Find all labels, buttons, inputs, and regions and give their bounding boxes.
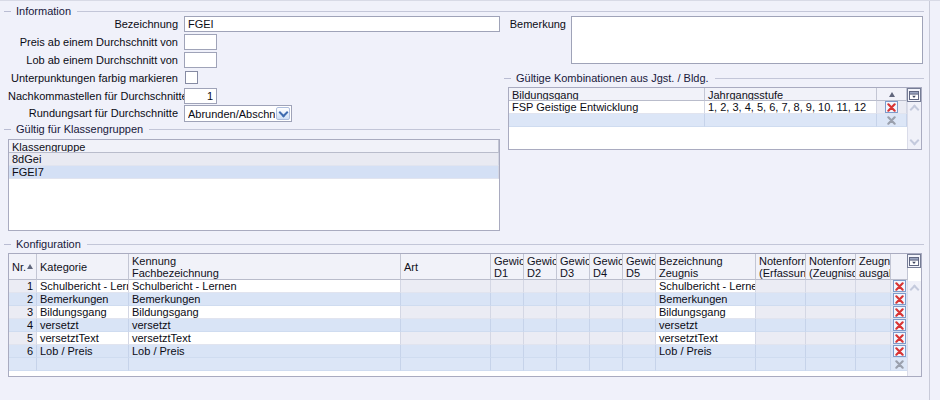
delete-row-button[interactable] (893, 345, 906, 357)
delete-row-button[interactable] (885, 101, 898, 113)
cell-notenformat_zeugnisdruck (806, 293, 856, 306)
row-actions (891, 319, 908, 332)
cell-zeugnisausgabe (856, 332, 891, 345)
column-header-bildungsgang[interactable]: Bildungsgang (509, 88, 705, 101)
cell-bezeichnung_zeugnis[interactable]: Bildungsgang (656, 306, 756, 319)
cell-bezeichnung_zeugnis[interactable]: versetztText (656, 332, 756, 345)
cell-kennung[interactable]: Schulbericht - Lernen (129, 280, 401, 293)
table-row[interactable]: FSP Geistige Entwicklung1, 2, 3, 4, 5, 6… (509, 101, 921, 114)
cell-kategorie[interactable]: versetztText (37, 332, 129, 345)
cell-kategorie[interactable]: Schulbericht - Lernen (37, 280, 129, 293)
column-header-gewicht_d1[interactable]: Gewicht D1 (491, 254, 524, 280)
list-item[interactable]: 8dGei (9, 153, 499, 166)
scroll-up-icon[interactable] (910, 105, 920, 115)
cell-gewicht_d1 (491, 358, 524, 371)
delete-row-button[interactable] (893, 306, 906, 318)
zeugnisformular-panel: Information Gültige Kombinationen aus Jg… (0, 0, 940, 400)
scroll-up-icon[interactable] (910, 285, 920, 295)
delete-row-button[interactable] (893, 293, 906, 305)
cell-notenformat_zeugnisdruck (806, 280, 856, 293)
cell-klassengruppe: FGEI7 (9, 166, 499, 179)
column-header-gewicht_d5[interactable]: Gewicht D5 (623, 254, 656, 280)
cell-art (401, 319, 491, 332)
column-header-nr[interactable]: Nr. (9, 254, 37, 280)
column-header-kennung[interactable]: Kennung Fachbezeichnung (129, 254, 401, 280)
group-title-konfiguration: Konfiguration (15, 238, 82, 250)
cell-gewicht_d4 (590, 280, 623, 293)
cell-gewicht_d1 (491, 345, 524, 358)
cell-jahrgangsstufe[interactable]: 1, 2, 3, 4, 5, 6, 7, 8, 9, 10, 11, 12 (705, 101, 877, 114)
column-chooser-button[interactable] (907, 254, 921, 268)
cell-zeugnisausgabe (856, 306, 891, 319)
cell-art (401, 358, 491, 371)
cell-art (401, 345, 491, 358)
column-header-kategorie[interactable]: Kategorie (37, 254, 129, 280)
cell-bezeichnung_zeugnis[interactable]: Lob / Preis (656, 345, 756, 358)
cell-gewicht_d5 (623, 332, 656, 345)
cell-bildungsgang[interactable]: FSP Geistige Entwicklung (509, 101, 705, 114)
row-actions (891, 293, 908, 306)
cell-kategorie[interactable]: Bemerkungen (37, 293, 129, 306)
column-header-notenformat_zeugnisdruck[interactable]: Notenformat (Zeugnisdruck) (806, 254, 856, 280)
column-header-jahrgangsstufe[interactable]: Jahrgangsstufe (705, 88, 877, 101)
cell-kategorie[interactable]: versetzt (37, 319, 129, 332)
cell-kennung[interactable]: Bildungsgang (129, 306, 401, 319)
column-header-klassengruppe[interactable]: Klassengruppe (9, 140, 499, 153)
column-header-zeugnisausgabe[interactable]: Zeugnis- ausgabe (856, 254, 891, 280)
cell-gewicht_d5 (623, 306, 656, 319)
cell-nr: 5 (9, 332, 37, 345)
chevron-down-icon (278, 107, 288, 117)
group-line (77, 11, 924, 12)
cell-kennung[interactable]: versetzt (129, 319, 401, 332)
row-actions (891, 306, 908, 319)
konfiguration-scrollbar[interactable] (907, 281, 921, 376)
table-row[interactable]: 3BildungsgangBildungsgangBildungsgang (9, 306, 921, 319)
cell-kennung[interactable]: versetztText (129, 332, 401, 345)
scroll-down-icon[interactable] (910, 136, 920, 146)
cell-kategorie[interactable]: Bildungsgang (37, 306, 129, 319)
column-header-gewicht_d4[interactable]: Gewicht D4 (590, 254, 623, 280)
group-klassengruppen: Gültig für Klassengruppen (4, 123, 500, 135)
preis-durchschnitt-input[interactable] (184, 34, 217, 50)
panel-splitter[interactable] (929, 1, 930, 400)
delete-row-button[interactable] (893, 332, 906, 344)
row-actions (891, 332, 908, 345)
cell-kennung[interactable]: Bemerkungen (129, 293, 401, 306)
table-row[interactable]: 4versetztversetztversetzt (9, 319, 921, 332)
unterpunktungen-checkbox[interactable] (185, 71, 198, 84)
cell-gewicht_d3 (557, 358, 590, 371)
table-row[interactable]: 6Lob / PreisLob / PreisLob / Preis (9, 345, 921, 358)
kombinationen-scrollbar[interactable] (907, 101, 921, 149)
sort-ascending-icon (27, 264, 33, 269)
column-header-gewicht_d3[interactable]: Gewicht D3 (557, 254, 590, 280)
cell-gewicht_d3 (557, 293, 590, 306)
cell-bezeichnung_zeugnis[interactable]: Bemerkungen (656, 293, 756, 306)
table-row[interactable]: 1Schulbericht - LernenSchulbericht - Ler… (9, 280, 921, 293)
cell-gewicht_d2 (524, 306, 557, 319)
cell-bezeichnung_zeugnis[interactable]: versetzt (656, 319, 756, 332)
cell-gewicht_d2 (524, 280, 557, 293)
group-line (4, 244, 11, 245)
nachkommastellen-input[interactable] (184, 88, 217, 104)
bemerkung-textarea[interactable] (571, 16, 923, 64)
row-actions-header (891, 254, 908, 280)
delete-row-button[interactable] (893, 280, 906, 292)
list-item-selected[interactable]: FGEI7 (9, 166, 499, 179)
column-header-gewicht_d2[interactable]: Gewicht D2 (524, 254, 557, 280)
table-row[interactable]: 2BemerkungenBemerkungenBemerkungen (9, 293, 921, 306)
cell-zeugnisausgabe (856, 293, 891, 306)
cell-kategorie[interactable]: Lob / Preis (37, 345, 129, 358)
cell-gewicht_d4 (590, 345, 623, 358)
rundungsart-select[interactable]: Abrunden/Abschneiden (184, 105, 292, 122)
cell-bezeichnung_zeugnis[interactable]: Schulbericht - Lernen (656, 280, 756, 293)
cell-nr: 1 (9, 280, 37, 293)
lob-durchschnitt-input[interactable] (184, 52, 217, 68)
column-header-art[interactable]: Art (401, 254, 491, 280)
table-row[interactable]: 5versetztTextversetztTextversetztText (9, 332, 921, 345)
delete-row-button[interactable] (893, 319, 906, 331)
cell-kennung[interactable]: Lob / Preis (129, 345, 401, 358)
column-header-notenformat_erfassung[interactable]: Notenformat (Erfassung) (756, 254, 806, 280)
column-chooser-button[interactable] (907, 88, 921, 102)
column-header-bezeichnung_zeugnis[interactable]: Bezeichnung Zeugnis (656, 254, 756, 280)
rundungsart-dropdown-button[interactable] (276, 107, 290, 120)
